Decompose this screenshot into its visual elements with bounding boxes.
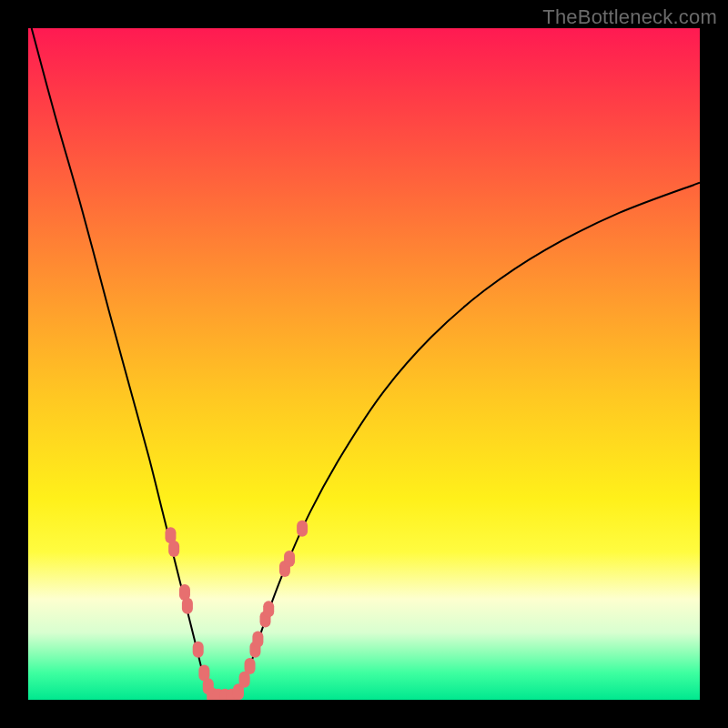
plot-area (28, 28, 700, 700)
watermark-text: TheBottleneck.com (542, 5, 717, 29)
data-marker (263, 601, 274, 617)
data-marker (168, 541, 179, 557)
curve-right-branch (235, 183, 700, 697)
data-marker (245, 658, 256, 674)
data-marker (182, 598, 193, 614)
marker-group (165, 521, 308, 700)
data-marker (297, 521, 308, 537)
data-marker (193, 642, 204, 658)
curve-layer (28, 28, 700, 700)
data-marker (252, 632, 263, 648)
data-marker (284, 551, 295, 567)
chart-frame: TheBottleneck.com (0, 0, 728, 728)
